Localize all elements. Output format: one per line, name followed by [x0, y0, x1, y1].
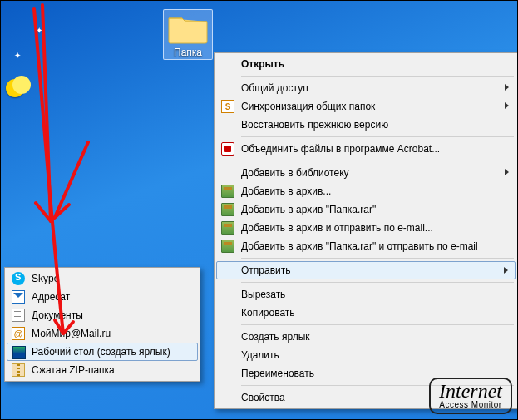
folder-icon — [167, 12, 209, 45]
sm-zip-folder[interactable]: Сжатая ZIP-папка — [7, 361, 198, 379]
winrar-icon — [221, 240, 234, 253]
mail-icon — [12, 290, 25, 304]
mi-add-named-and-email[interactable]: Добавить в архив "Папка.rar" и отправить… — [216, 237, 516, 255]
submenu-arrow-icon — [505, 84, 509, 91]
mi-send-to[interactable]: Отправить — [216, 261, 516, 279]
submenu-arrow-icon — [505, 169, 509, 175]
mi-delete[interactable]: Удалить — [216, 346, 516, 364]
winrar-icon — [221, 185, 234, 198]
mi-add-to-archive[interactable]: Добавить в архив... — [216, 182, 516, 200]
mi-public-access[interactable]: Общий доступ — [216, 79, 516, 97]
annotation-arrow-right — [1, 1, 134, 269]
submenu-arrow-icon — [505, 102, 509, 109]
sm-skype[interactable]: Skype — [7, 269, 198, 288]
mi-open[interactable]: Открыть — [216, 55, 516, 73]
mailru-icon: @ — [12, 327, 25, 340]
desktop-folder[interactable]: Папка — [163, 9, 213, 60]
mi-add-and-email[interactable]: Добавить в архив и отправить по e-mail..… — [216, 219, 516, 237]
desktop-icon — [12, 346, 26, 359]
zip-icon — [12, 363, 25, 377]
mi-add-to-library[interactable]: Добавить в библиотеку — [216, 164, 516, 182]
sm-desktop-shortcut[interactable]: Рабочий стол (создать ярлык) — [7, 343, 198, 361]
desktop-folder-label: Папка — [165, 47, 210, 58]
watermark-line2: Access Monitor — [439, 401, 502, 409]
context-menu: Открыть Общий доступ SСинхронизация общи… — [214, 52, 518, 409]
mi-sync-shared[interactable]: SСинхронизация общих папок — [216, 97, 516, 116]
sync-icon: S — [221, 100, 234, 113]
submenu-arrow-icon — [504, 267, 508, 274]
mi-cut[interactable]: Вырезать — [216, 285, 516, 304]
mi-restore-previous[interactable]: Восстановить прежнюю версию — [216, 116, 516, 134]
watermark-line1: Internet — [439, 381, 502, 401]
document-icon — [12, 309, 25, 322]
mi-combine-acrobat[interactable]: Объединить файлы в программе Acrobat... — [216, 140, 516, 158]
mi-add-to-archive-named[interactable]: Добавить в архив "Папка.rar" — [216, 200, 516, 219]
send-to-submenu: Skype Адресат Документы @МойМир@Mail.ru … — [4, 267, 200, 382]
winrar-icon — [221, 221, 234, 235]
winrar-icon — [221, 203, 234, 216]
sm-moimir[interactable]: @МойМир@Mail.ru — [7, 324, 198, 343]
acrobat-icon — [221, 142, 234, 156]
skype-icon — [12, 272, 25, 285]
mi-create-shortcut[interactable]: Создать ярлык — [216, 328, 516, 346]
mi-copy[interactable]: Копировать — [216, 304, 516, 322]
sm-addressee[interactable]: Адресат — [7, 288, 198, 306]
watermark-badge: Internet Access Monitor — [429, 378, 512, 414]
sm-documents[interactable]: Документы — [7, 306, 198, 324]
